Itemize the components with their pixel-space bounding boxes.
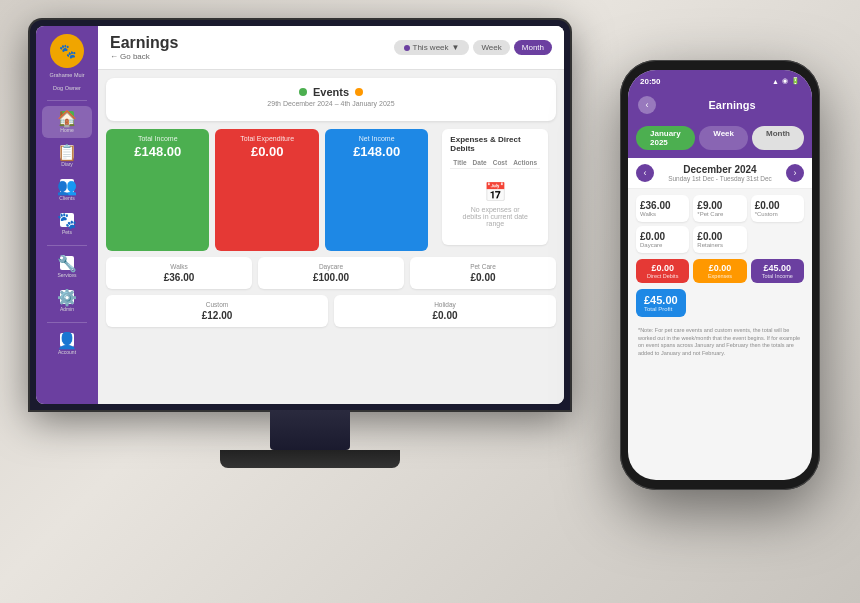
back-link[interactable]: ← Go back (110, 52, 178, 61)
net-income-value: £148.00 (333, 144, 420, 159)
phone-total-profit-label: Total Profit (644, 306, 678, 312)
phone-period-jan[interactable]: January 2025 (636, 126, 695, 150)
this-week-button[interactable]: This week ▼ (394, 40, 470, 55)
phone-stat-daycare: £0.00 Daycare (636, 226, 689, 253)
daycare-value: £100.00 (266, 272, 396, 283)
events-dot-left (299, 88, 307, 96)
sidebar-item-admin[interactable]: ⚙️ Admin (42, 285, 92, 317)
phone-direct-debits-box: £0.00 Direct Debits (636, 259, 689, 283)
expenses-empty: 📅 No expenses or debits in current date … (450, 169, 540, 239)
sidebar-username: Grahame Muir (49, 72, 84, 79)
daycare-card: Daycare £100.00 (258, 257, 404, 289)
phone: 20:50 ▲ ◉ 🔋 ‹ Earnings January 2025 Week… (620, 60, 820, 490)
phone-direct-debits-label: Direct Debits (641, 273, 684, 279)
phone-stats-grid: £36.00 Walks £9.00 *Pet Care £0.00 *Cust… (628, 189, 812, 259)
phone-month-info: December 2024 Sunday 1st Dec - Tuesday 3… (668, 164, 772, 182)
phone-stat-daycare-value: £0.00 (640, 231, 685, 242)
events-header: Events (116, 86, 546, 98)
col-cost: Cost (490, 157, 510, 169)
avatar: 🐾 (50, 34, 84, 68)
walks-value: £36.00 (114, 272, 244, 283)
services-icon: 🔧 (60, 256, 74, 270)
this-week-dot (404, 45, 410, 51)
custom-label: Custom (114, 301, 320, 308)
phone-stat-walks: £36.00 Walks (636, 195, 689, 222)
account-icon: 👤 (60, 333, 74, 347)
phone-stat-petcare: £9.00 *Pet Care (693, 195, 746, 222)
monitor-screen: 🐾 Grahame Muir Dog Owner 🏠 Home 📋 Diary … (30, 20, 570, 410)
phone-period-row: January 2025 Week Month (628, 122, 812, 158)
phone-stat-walks-value: £36.00 (640, 200, 685, 211)
holiday-label: Holiday (342, 301, 548, 308)
diary-icon: 📋 (60, 145, 74, 159)
events-section: Events 29th December 2024 – 4th January … (106, 78, 556, 121)
custom-value: £12.00 (114, 310, 320, 321)
phone-stat-retainers-value: £0.00 (697, 231, 742, 242)
phone-stat-walks-label: Walks (640, 211, 685, 217)
monitor-inner: 🐾 Grahame Muir Dog Owner 🏠 Home 📋 Diary … (36, 26, 564, 404)
monitor-stand (270, 410, 350, 450)
walks-label: Walks (114, 263, 244, 270)
calendar-icon: 📅 (462, 181, 528, 203)
sidebar-role: Dog Owner (53, 85, 81, 92)
monitor-base (220, 450, 400, 468)
phone-total-row: £45.00 Total Profit (628, 289, 812, 323)
phone-direct-debits-value: £0.00 (641, 263, 684, 273)
page-title: Earnings (110, 34, 178, 52)
sidebar-item-diary[interactable]: 📋 Diary (42, 140, 92, 172)
phone-back-button[interactable]: ‹ (638, 96, 656, 114)
phone-total-profit-box: £45.00 Total Profit (636, 289, 686, 317)
sidebar-item-pets[interactable]: 🐾 Pets (42, 208, 92, 240)
phone-prev-month-button[interactable]: ‹ (636, 164, 654, 182)
phone-stat-custom: £0.00 *Custom (751, 195, 804, 222)
col-date: Date (470, 157, 490, 169)
phone-time: 20:50 (640, 77, 660, 86)
phone-total-profit-value: £45.00 (644, 294, 678, 306)
phone-status-bar: 20:50 ▲ ◉ 🔋 (628, 70, 812, 92)
holiday-value: £0.00 (342, 310, 548, 321)
phone-month-sub: Sunday 1st Dec - Tuesday 31st Dec (668, 175, 772, 182)
month-button[interactable]: Month (514, 40, 552, 55)
total-income-value: £148.00 (114, 144, 201, 159)
petcare-card: Pet Care £0.00 (410, 257, 556, 289)
sidebar-item-account[interactable]: 👤 Account (42, 328, 92, 360)
holiday-card: Holiday £0.00 (334, 295, 556, 327)
sidebar-item-services[interactable]: 🔧 Services (42, 251, 92, 283)
phone-next-month-button[interactable]: › (786, 164, 804, 182)
events-date: 29th December 2024 – 4th January 2025 (116, 100, 546, 107)
net-income-label: Net Income (333, 135, 420, 142)
phone-period-month[interactable]: Month (752, 126, 804, 150)
phone-stat-retainers-label: Retainers (697, 242, 742, 248)
sidebar-item-clients[interactable]: 👥 Clients (42, 174, 92, 206)
app-header: Earnings ← Go back This week ▼ Week Mont… (98, 26, 564, 70)
phone-screen: 20:50 ▲ ◉ 🔋 ‹ Earnings January 2025 Week… (628, 70, 812, 480)
phone-month-title: December 2024 (668, 164, 772, 175)
sidebar-label-services: Services (57, 272, 76, 278)
total-expenditure-card: Total Expenditure £0.00 (215, 129, 318, 251)
week-button[interactable]: Week (473, 40, 509, 55)
phone-title: Earnings (662, 99, 802, 111)
phone-total-income-value: £45.00 (756, 263, 799, 273)
sidebar-label-account: Account (58, 349, 76, 355)
total-expenditure-label: Total Expenditure (223, 135, 310, 142)
phone-period-week[interactable]: Week (699, 126, 748, 150)
pets-icon: 🐾 (60, 213, 74, 227)
phone-stat-custom-label: *Custom (755, 211, 800, 217)
phone-header: ‹ Earnings (628, 92, 812, 122)
phone-signals: ▲ ◉ 🔋 (772, 77, 800, 85)
sidebar-label-clients: Clients (59, 195, 74, 201)
monitor: 🐾 Grahame Muir Dog Owner 🏠 Home 📋 Diary … (30, 20, 590, 510)
phone-expenses-box: £0.00 Expenses (693, 259, 746, 283)
col-title: Title (450, 157, 469, 169)
sidebar: 🐾 Grahame Muir Dog Owner 🏠 Home 📋 Diary … (36, 26, 98, 404)
sidebar-divider-2 (47, 245, 87, 246)
sidebar-label-pets: Pets (62, 229, 72, 235)
total-expenditure-value: £0.00 (223, 144, 310, 159)
phone-stat-petcare-label: *Pet Care (697, 211, 742, 217)
expenses-title: Expenses & Direct Debits (450, 135, 540, 153)
sidebar-item-home[interactable]: 🏠 Home (42, 106, 92, 138)
daycare-label: Daycare (266, 263, 396, 270)
custom-card: Custom £12.00 (106, 295, 328, 327)
admin-icon: ⚙️ (60, 290, 74, 304)
phone-note: *Note: For pet care events and custom ev… (628, 323, 812, 362)
